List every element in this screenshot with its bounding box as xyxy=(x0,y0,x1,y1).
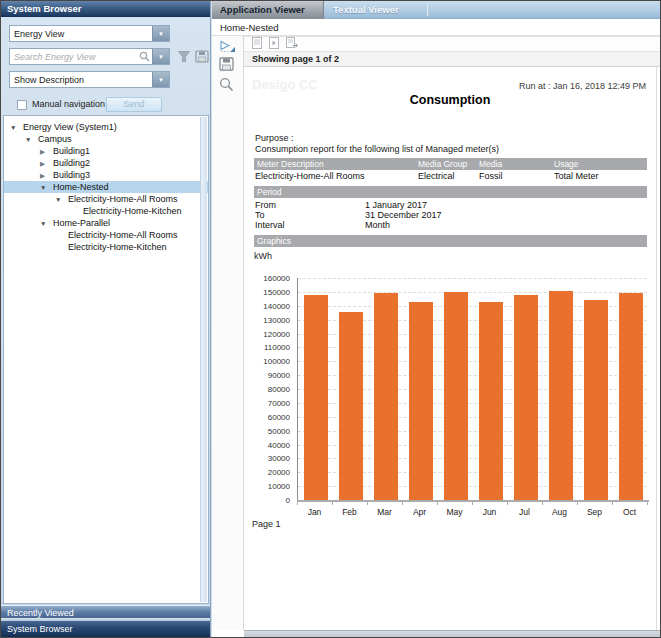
table-cell: Electricity-Home-All Rooms xyxy=(255,171,365,181)
viewer-panel: Application Viewer Textual Viewer Home-N… xyxy=(212,1,661,637)
y-tick-label: 10000 xyxy=(268,482,290,491)
tree-item-label: Building2 xyxy=(53,158,90,168)
period-label: To xyxy=(255,210,265,220)
y-tick-label: 160000 xyxy=(263,274,290,283)
collapse-arrow-icon[interactable]: ▼ xyxy=(10,122,23,134)
tree-item-label: Home-Parallel xyxy=(53,218,110,228)
y-tick-label: 80000 xyxy=(268,385,290,394)
tree-scrollbar[interactable] xyxy=(200,117,207,602)
print-preview-icon[interactable] xyxy=(269,37,279,51)
bar-feb xyxy=(339,312,363,500)
tree-item-label: Home-Nested xyxy=(53,182,109,192)
graphics-section-header: Graphics xyxy=(254,235,647,247)
bar-aug xyxy=(549,291,573,500)
send-button[interactable]: Send xyxy=(106,97,162,112)
display-mode-dropdown[interactable]: Show Description ▼ xyxy=(9,71,170,88)
period-value: Month xyxy=(365,220,390,230)
gridline xyxy=(298,292,647,293)
tab-application-viewer[interactable]: Application Viewer xyxy=(212,1,324,19)
y-tick-label: 20000 xyxy=(268,468,290,477)
export-icon[interactable] xyxy=(286,37,299,51)
x-tick-mark xyxy=(507,502,508,505)
x-tick-mark xyxy=(472,502,473,505)
table-cell: Total Meter xyxy=(554,171,599,181)
tree-item-home-parallel[interactable]: ▼Home-Parallel xyxy=(4,217,208,229)
page-number-label: Page 1 xyxy=(252,519,281,529)
y-tick-label: 130000 xyxy=(263,315,290,324)
application-window: System Browser Energy View ▼ ▼ xyxy=(0,0,661,638)
manual-navigation-checkbox[interactable] xyxy=(17,100,27,110)
y-tick-label: 100000 xyxy=(263,357,290,366)
horizontal-scrollbar[interactable] xyxy=(244,630,661,637)
save-icon[interactable] xyxy=(219,57,234,73)
x-tick-label: Jun xyxy=(472,507,507,517)
tree-item-building3[interactable]: ▶Building3 xyxy=(4,169,208,181)
run-report-icon[interactable] xyxy=(219,40,236,55)
chevron-down-icon[interactable]: ▼ xyxy=(152,72,169,87)
bar-may xyxy=(444,292,468,500)
view-selector-dropdown[interactable]: Energy View ▼ xyxy=(9,25,170,42)
tree-item-building1[interactable]: ▶Building1 xyxy=(4,145,208,157)
zoom-icon[interactable] xyxy=(219,77,234,94)
tree-item-electricity-home-all-rooms[interactable]: ▼Electricity-Home-All Rooms xyxy=(4,193,208,205)
period-section-header: Period xyxy=(254,186,647,198)
tree-item-electricity-home-all-rooms[interactable]: Electricity-Home-All Rooms xyxy=(4,229,208,241)
brand-watermark: Desigo CC xyxy=(252,77,318,92)
x-tick-label: Sep xyxy=(577,507,612,517)
collapse-arrow-icon[interactable]: ▼ xyxy=(40,218,53,230)
x-tick-label: Mar xyxy=(367,507,402,517)
search-input[interactable] xyxy=(10,49,137,64)
y-tick-label: 140000 xyxy=(263,301,290,310)
x-tick-mark xyxy=(402,502,403,505)
tree-item-energy-view-system1-[interactable]: ▼Energy View (System1) xyxy=(4,121,208,133)
tab-textual-viewer[interactable]: Textual Viewer xyxy=(325,1,430,19)
period-label: From xyxy=(255,200,276,210)
gridline xyxy=(298,278,647,279)
save-icon[interactable] xyxy=(195,50,209,65)
x-tick-mark xyxy=(332,502,333,505)
expand-arrow-icon[interactable]: ▶ xyxy=(40,158,53,170)
view-selector-value: Energy View xyxy=(10,29,152,39)
y-tick-label: 120000 xyxy=(263,329,290,338)
chevron-down-icon[interactable]: ▼ xyxy=(152,49,169,64)
x-tick-label: Jan xyxy=(297,507,332,517)
table-cell: Fossil xyxy=(479,171,503,181)
chevron-down-icon[interactable]: ▼ xyxy=(152,26,169,41)
x-tick-mark xyxy=(542,502,543,505)
x-tick-mark xyxy=(612,502,613,505)
column-header: Media xyxy=(479,158,502,170)
filter-icon[interactable] xyxy=(177,50,191,65)
run-timestamp: Run at : Jan 16, 2018 12:49 PM xyxy=(519,81,646,91)
tree-item-campus[interactable]: ▼Campus xyxy=(4,133,208,145)
bar-jan xyxy=(304,295,328,500)
report-viewer: Showing page 1 of 2 Desigo CC Run at : J… xyxy=(244,36,661,630)
expand-arrow-icon[interactable]: ▶ xyxy=(40,170,53,182)
bar-jul xyxy=(514,295,538,500)
tree-item-building2[interactable]: ▶Building2 xyxy=(4,157,208,169)
y-tick-label: 150000 xyxy=(263,287,290,296)
chart-y-axis-unit: kWh xyxy=(254,251,272,261)
search-icon[interactable] xyxy=(137,49,152,64)
collapse-arrow-icon[interactable]: ▼ xyxy=(40,182,53,194)
consumption-bar-chart xyxy=(297,278,647,500)
system-browser-bottom-tab[interactable]: System Browser xyxy=(1,620,210,637)
expand-arrow-icon[interactable]: ▶ xyxy=(40,146,53,158)
table-cell: Electrical xyxy=(418,171,455,181)
tree-item-home-nested[interactable]: ▼Home-Nested xyxy=(4,181,208,193)
tree-item-electricity-home-kitchen[interactable]: Electricity-Home-Kitchen xyxy=(4,205,208,217)
recently-viewed-bar[interactable]: Recently Viewed xyxy=(1,605,210,619)
bar-sep xyxy=(584,300,608,500)
period-row: Interval Month xyxy=(255,220,647,230)
chart-y-axis-labels: 1600001500001400001300001200001100001000… xyxy=(246,278,293,500)
y-tick-label: 40000 xyxy=(268,440,290,449)
y-tick-label: 90000 xyxy=(268,371,290,380)
x-tick-label: May xyxy=(437,507,472,517)
report-page-area: Desigo CC Run at : Jan 16, 2018 12:49 PM… xyxy=(244,67,661,630)
tree-item-electricity-home-kitchen[interactable]: Electricity-Home-Kitchen xyxy=(4,241,208,253)
page-setup-icon[interactable] xyxy=(252,37,262,51)
tab-separator xyxy=(427,4,428,16)
collapse-arrow-icon[interactable]: ▼ xyxy=(55,194,68,206)
collapse-arrow-icon[interactable]: ▼ xyxy=(25,134,38,146)
tree-item-label: Energy View (System1) xyxy=(23,122,117,132)
bar-mar xyxy=(374,293,398,500)
